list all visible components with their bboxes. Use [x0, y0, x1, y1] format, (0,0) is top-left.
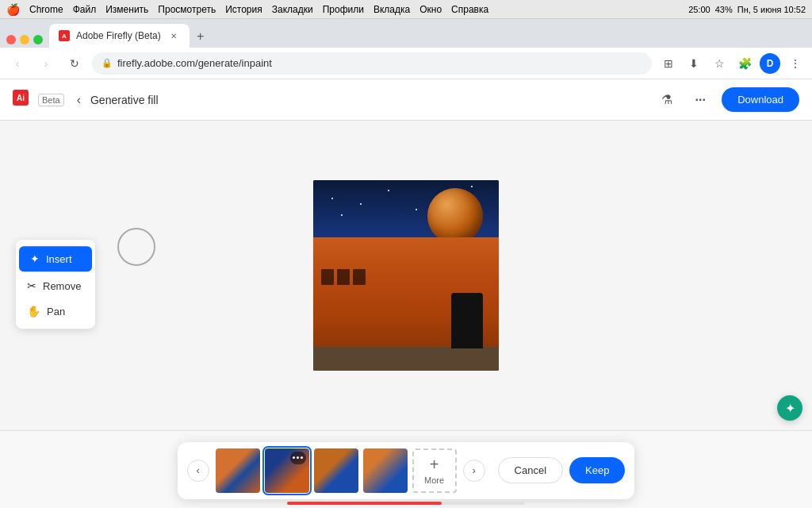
window-1: [321, 269, 334, 285]
filmstrip-area: ‹: [0, 430, 812, 508]
menu-file[interactable]: Файл: [73, 4, 97, 15]
menu-profiles[interactable]: Профили: [323, 4, 364, 15]
filmstrip-thumb-1[interactable]: [216, 448, 260, 493]
url-text: firefly.adobe.com/generate/inpaint: [117, 57, 272, 69]
insert-tool-icon: ✦: [30, 252, 40, 265]
progress-bar-fill: [287, 502, 442, 505]
filmstrip-next-button[interactable]: ›: [463, 460, 485, 482]
dot-2: [297, 456, 299, 459]
insert-tool-button[interactable]: ✦ Insert: [19, 246, 92, 271]
ground-layer: [313, 347, 499, 371]
bookmark-icon[interactable]: ☆: [709, 53, 730, 74]
page-title: Generative fill: [90, 94, 159, 106]
thumb-dots-badge: [290, 452, 306, 464]
progress-bar-container: [287, 502, 525, 505]
menu-bookmarks[interactable]: Закладки: [272, 4, 313, 15]
menu-edit[interactable]: Изменить: [105, 4, 148, 15]
star-6: [341, 214, 343, 216]
insert-tool-label: Insert: [46, 253, 72, 265]
menubar-right-area: 25:00 43% Пн, 5 июня 10:52: [688, 5, 806, 14]
filmstrip-thumb-4[interactable]: [363, 448, 408, 493]
window-3: [353, 269, 366, 285]
download-button[interactable]: Download: [722, 87, 799, 112]
menu-view[interactable]: Просмотреть: [158, 4, 216, 15]
tab-title: Adobe Firefly (Beta): [76, 30, 161, 41]
filmstrip-thumb-3[interactable]: [314, 448, 358, 493]
window-minimize-btn[interactable]: [20, 35, 29, 44]
thumb-4-image: [363, 448, 408, 493]
filmstrip-prev-button[interactable]: ‹: [187, 460, 209, 482]
cancel-button[interactable]: Cancel: [498, 457, 563, 483]
beta-badge: Beta: [38, 94, 64, 106]
dot-3: [301, 456, 303, 459]
filmstrip-action-buttons: Cancel Keep: [498, 457, 626, 483]
thumb-1-image: [216, 448, 260, 493]
person-silhouette: [451, 293, 483, 348]
keep-button[interactable]: Keep: [569, 457, 625, 483]
pan-tool-label: Pan: [47, 306, 65, 318]
star-1: [331, 198, 333, 199]
filmstrip-container: ‹: [178, 442, 635, 499]
star-7: [471, 186, 473, 187]
filmstrip-thumbs: + More: [216, 448, 457, 493]
pan-tool-button[interactable]: ✋ Pan: [16, 298, 95, 324]
address-bar[interactable]: 🔒 firefly.adobe.com/generate/inpaint: [92, 52, 652, 75]
canvas-image: [313, 180, 499, 371]
remove-tool-icon: ✂: [27, 279, 36, 292]
chrome-tabs-bar: A Adobe Firefly (Beta) ✕ +: [0, 19, 812, 48]
star-4: [416, 209, 417, 210]
thumb-3-image: [314, 448, 358, 493]
remove-tool-button[interactable]: ✂ Remove: [16, 273, 95, 298]
addressbar-right-icons: ⊞ ⬇ ☆ 🧩 D ⋮: [658, 53, 806, 74]
chrome-tab-firefly[interactable]: A Adobe Firefly (Beta) ✕: [49, 24, 190, 48]
more-options-button[interactable]: ···: [688, 88, 712, 112]
more-plus-icon: +: [430, 456, 439, 474]
reload-button[interactable]: ↻: [63, 52, 86, 75]
chatgpt-icon[interactable]: ✦: [777, 395, 802, 421]
header-right-actions: ⚗ ··· Download: [655, 87, 799, 112]
svg-text:Ai: Ai: [17, 94, 25, 102]
tab-close-button[interactable]: ✕: [167, 29, 180, 42]
new-tab-button[interactable]: +: [190, 25, 212, 48]
translate-icon[interactable]: ⊞: [658, 53, 679, 74]
adobe-logo-svg: Ai: [13, 90, 29, 106]
more-button[interactable]: + More: [412, 448, 457, 493]
back-to-nav-button[interactable]: ‹: [77, 93, 81, 107]
dot-1: [293, 456, 295, 459]
labs-icon[interactable]: ⚗: [655, 88, 679, 112]
chrome-menu-icon[interactable]: ⋮: [785, 53, 806, 74]
menu-help[interactable]: Справка: [451, 4, 488, 15]
menu-window[interactable]: Окно: [419, 4, 442, 15]
brush-cursor: [117, 228, 155, 266]
menubar-date: Пн, 5 июня 10:52: [737, 5, 806, 14]
window-2: [337, 269, 350, 285]
menu-chrome[interactable]: Chrome: [29, 4, 63, 15]
star-3: [388, 190, 389, 191]
canvas-area: ✦ Insert ✂ Remove ✋ Pan: [0, 121, 812, 430]
ssl-lock-icon: 🔒: [102, 58, 113, 68]
filmstrip-thumb-2[interactable]: [265, 448, 309, 493]
large-planet: [427, 188, 483, 244]
star-2: [360, 203, 362, 205]
menu-tab[interactable]: Вкладка: [373, 4, 410, 15]
menubar-time: 25:00: [688, 5, 710, 14]
window-close-btn[interactable]: [6, 35, 16, 44]
tool-panel: ✦ Insert ✂ Remove ✋ Pan: [16, 240, 95, 329]
main-canvas-image[interactable]: [313, 180, 499, 371]
menu-history[interactable]: История: [225, 4, 262, 15]
forward-button[interactable]: ›: [35, 52, 57, 75]
apple-menu[interactable]: 🍎: [6, 3, 20, 16]
app-header: Ai Beta ‹ Generative fill ⚗ ··· Download: [0, 79, 812, 121]
mac-menubar: 🍎 Chrome Файл Изменить Просмотреть Истор…: [0, 0, 812, 19]
download-status-icon[interactable]: ⬇: [684, 53, 704, 74]
window-maximize-btn[interactable]: [33, 35, 43, 44]
browser-profile-icon[interactable]: D: [760, 53, 780, 74]
pan-tool-icon: ✋: [27, 305, 40, 318]
menubar-battery: 43%: [715, 5, 733, 14]
adobe-logo: Ai: [13, 90, 29, 110]
remove-tool-label: Remove: [43, 280, 81, 292]
back-button[interactable]: ‹: [6, 52, 29, 75]
extensions-icon[interactable]: 🧩: [734, 53, 755, 74]
more-label: More: [424, 475, 444, 485]
building-windows: [321, 269, 366, 285]
